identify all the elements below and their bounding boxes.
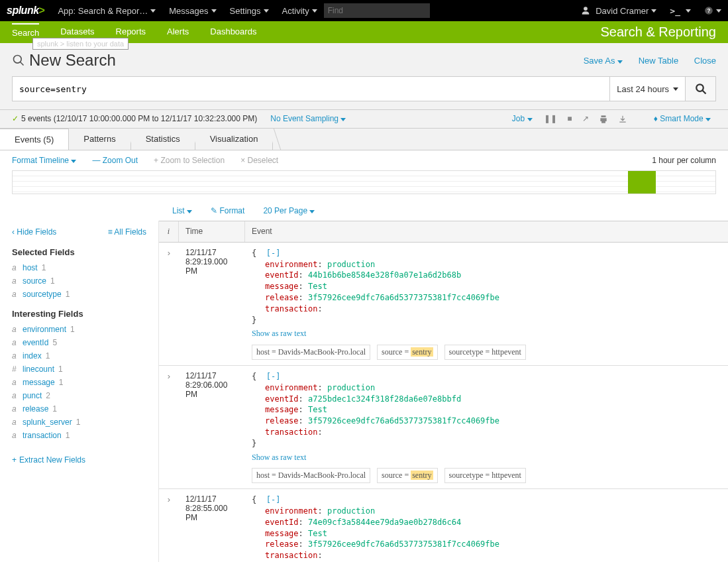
user-menu[interactable]: David Cramer xyxy=(572,6,663,16)
field-linecount[interactable]: #linecount1 xyxy=(12,363,146,376)
prompt-icon[interactable]: >_ xyxy=(663,6,698,16)
field-name: linecount xyxy=(23,365,54,374)
deselect: × Deselect xyxy=(240,156,278,165)
field-sourcetype[interactable]: asourcetype1 xyxy=(12,288,146,301)
type-icon: a xyxy=(12,338,19,347)
print-icon[interactable] xyxy=(599,114,608,123)
field-count: 1 xyxy=(52,404,57,414)
type-icon: a xyxy=(12,378,19,387)
app-menu[interactable]: App: Search & Repor… xyxy=(51,6,162,16)
field-environment[interactable]: aenvironment1 xyxy=(12,323,146,336)
event-date: 12/11/17 xyxy=(185,494,238,504)
list-mode[interactable]: List xyxy=(172,206,192,215)
search-input[interactable] xyxy=(12,76,610,101)
timeline-chart[interactable] xyxy=(12,170,716,194)
zoom-out[interactable]: — Zoom Out xyxy=(92,156,138,165)
expand-toggle[interactable]: › xyxy=(159,489,179,562)
search-header: New Search Save As New Table Close Last … xyxy=(0,43,728,110)
type-icon: a xyxy=(12,404,19,414)
field-count: 1 xyxy=(50,276,55,286)
zoom-to-selection: + Zoom to Selection xyxy=(154,156,225,165)
pause-icon[interactable]: ❚❚ xyxy=(544,114,557,123)
field-index[interactable]: aindex1 xyxy=(12,349,146,363)
meta-source[interactable]: source = sentry xyxy=(377,468,437,483)
tab-patterns[interactable]: Patterns xyxy=(69,129,130,150)
stop-icon[interactable]: ■ xyxy=(567,114,572,123)
tab-statistics[interactable]: Statistics xyxy=(131,129,195,150)
field-count: 1 xyxy=(46,351,50,361)
all-fields[interactable]: ≡ All Fields xyxy=(108,227,146,237)
nav-datasets[interactable]: Datasets xyxy=(60,27,94,38)
new-table-button[interactable]: New Table xyxy=(639,56,678,66)
nav-reports[interactable]: Reports xyxy=(116,27,146,38)
hide-fields[interactable]: ‹ Hide Fields xyxy=(12,227,56,237)
field-message[interactable]: amessage1 xyxy=(12,376,146,389)
extract-new-fields[interactable]: + Extract New Fields xyxy=(12,455,146,465)
tab-visualization[interactable]: Visualization xyxy=(195,129,274,150)
field-release[interactable]: arelease1 xyxy=(12,402,146,416)
help-menu[interactable]: ? xyxy=(698,6,728,15)
field-splunk_server[interactable]: asplunk_server1 xyxy=(12,416,146,429)
page-title-text: New Search xyxy=(29,51,116,70)
nav-search[interactable]: Search xyxy=(12,23,39,38)
splunk-logo[interactable]: splunk> xyxy=(0,5,51,17)
meta-source[interactable]: source = sentry xyxy=(377,345,437,360)
field-punct[interactable]: apunct2 xyxy=(12,389,146,402)
format-events[interactable]: ✎ Format xyxy=(211,206,244,215)
show-raw-text[interactable]: Show as raw text xyxy=(252,328,721,339)
job-menu[interactable]: Job xyxy=(512,114,533,123)
field-host[interactable]: ahost1 xyxy=(12,261,146,274)
share-icon[interactable]: ↗ xyxy=(582,114,589,123)
field-transaction[interactable]: atransaction1 xyxy=(12,429,146,442)
status-bar: ✓ 5 events (12/10/17 10:00:00.000 PM to … xyxy=(0,110,728,129)
event-time: 8:28:55.000 PM xyxy=(185,504,238,522)
field-name: message xyxy=(23,378,55,387)
field-source[interactable]: asource1 xyxy=(12,274,146,288)
timeline-bar xyxy=(628,171,656,194)
activity-menu[interactable]: Activity xyxy=(276,6,324,16)
field-eventId[interactable]: aeventId5 xyxy=(12,336,146,349)
meta-sourcetype[interactable]: sourcetype = httpevent xyxy=(444,345,526,360)
settings-label: Settings xyxy=(230,6,261,16)
svg-text:?: ? xyxy=(707,8,711,14)
expand-toggle[interactable]: › xyxy=(159,243,179,365)
event-date: 12/11/17 xyxy=(185,371,238,380)
type-icon: a xyxy=(12,391,19,400)
user-icon xyxy=(581,6,590,15)
meta-sourcetype[interactable]: sourcetype = httpevent xyxy=(444,468,526,483)
field-count: 1 xyxy=(66,290,70,299)
search-button[interactable] xyxy=(686,76,716,101)
nav-dashboards[interactable]: Dashboards xyxy=(210,27,256,38)
page-title: New Search xyxy=(12,51,116,70)
collapse-toggle[interactable]: [-] xyxy=(266,372,281,381)
collapse-toggle[interactable]: [-] xyxy=(266,249,281,258)
svg-point-4 xyxy=(696,84,703,91)
collapse-toggle[interactable]: [-] xyxy=(266,495,281,504)
expand-toggle[interactable]: › xyxy=(159,366,179,488)
interesting-fields-h: Interesting Fields xyxy=(12,309,146,319)
caret-icon xyxy=(264,9,269,13)
caret-icon xyxy=(71,160,76,163)
download-icon[interactable] xyxy=(618,114,627,123)
messages-menu[interactable]: Messages xyxy=(162,6,223,16)
meta-host[interactable]: host = Davids-MacBook-Pro.local xyxy=(252,468,370,483)
show-raw-text[interactable]: Show as raw text xyxy=(252,452,721,463)
time-range-picker[interactable]: Last 24 hours xyxy=(610,76,686,101)
find-input[interactable] xyxy=(324,3,430,18)
type-icon: a xyxy=(12,418,19,427)
field-name: source xyxy=(23,276,46,286)
svg-point-2 xyxy=(14,56,22,64)
caret-icon xyxy=(617,60,623,64)
settings-menu[interactable]: Settings xyxy=(223,6,276,16)
per-page[interactable]: 20 Per Page xyxy=(263,206,315,215)
sampling-menu[interactable]: No Event Sampling xyxy=(270,114,346,123)
close-button[interactable]: Close xyxy=(694,56,716,66)
save-as-button[interactable]: Save As xyxy=(584,56,623,66)
field-count: 1 xyxy=(42,263,46,272)
meta-host[interactable]: host = Davids-MacBook-Pro.local xyxy=(252,345,370,360)
smart-mode-menu[interactable]: ♦ Smart Mode xyxy=(654,114,711,123)
tab-events[interactable]: Events (5) xyxy=(0,129,69,150)
format-timeline[interactable]: Format Timeline xyxy=(12,156,76,165)
help-icon: ? xyxy=(704,6,713,15)
nav-alerts[interactable]: Alerts xyxy=(167,27,189,38)
